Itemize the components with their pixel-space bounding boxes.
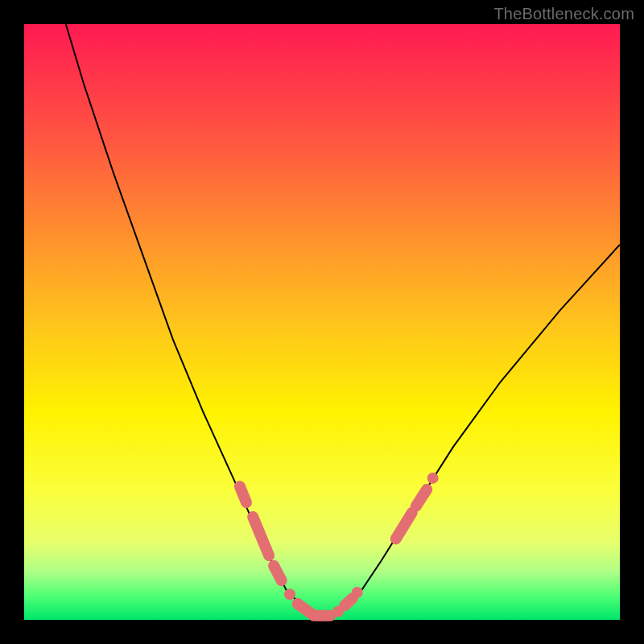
bead-point [284, 588, 295, 600]
watermark-text: TheBottleneck.com [493, 5, 634, 23]
bead-annotations [240, 473, 439, 617]
bead-segment [240, 486, 246, 502]
bottleneck-curve [66, 24, 620, 620]
bead-segment [345, 598, 353, 605]
bead-segment [416, 489, 427, 506]
bead-point [352, 587, 363, 598]
bead-segment [253, 517, 269, 555]
bead-point [427, 473, 439, 484]
chart-svg [24, 24, 620, 620]
bead-segment [396, 513, 412, 539]
bead-segment [274, 566, 282, 581]
